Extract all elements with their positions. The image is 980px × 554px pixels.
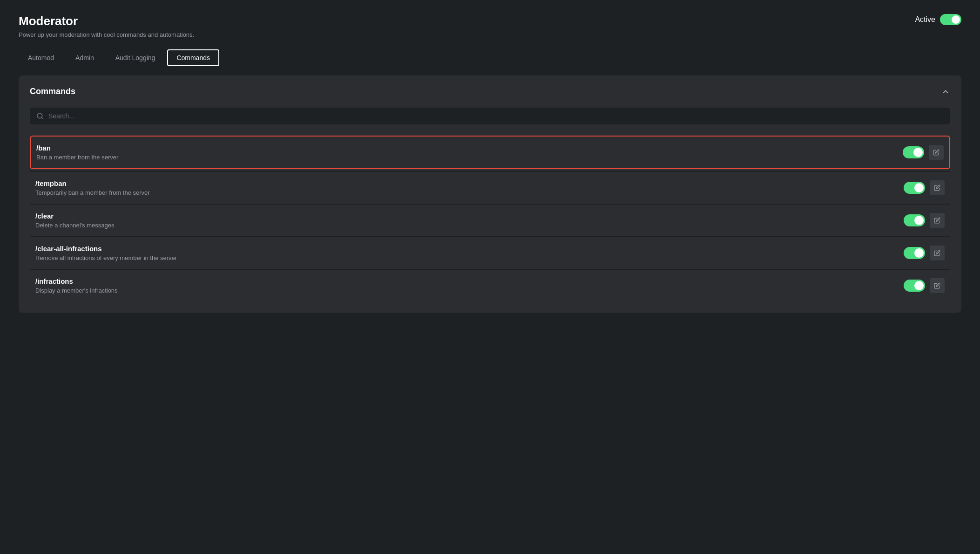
edit-icon <box>934 217 940 224</box>
command-row-clear: /clear Delete a channel's messages <box>30 204 950 236</box>
command-info-ban: /ban Ban a member from the server <box>36 144 118 161</box>
tempban-toggle[interactable] <box>904 182 925 194</box>
active-label: Active <box>915 15 935 24</box>
tab-admin[interactable]: Admin <box>66 49 103 66</box>
command-row-infractions: /infractions Display a member's infracti… <box>30 269 950 301</box>
clear-all-infractions-toggle[interactable] <box>904 247 925 259</box>
command-name-ban: /ban <box>36 144 118 152</box>
svg-point-0 <box>37 113 42 118</box>
clear-all-infractions-edit-button[interactable] <box>930 246 945 260</box>
ban-toggle[interactable] <box>903 146 924 158</box>
command-row-clear-all-infractions: /clear-all-infractions Remove all infrac… <box>30 237 950 269</box>
commands-list: /ban Ban a member from the server <box>30 136 950 301</box>
command-info-tempban: /tempban Temporarily ban a member from t… <box>35 179 150 196</box>
command-desc-clear: Delete a channel's messages <box>35 222 114 229</box>
header-right: Active <box>915 14 961 25</box>
command-name-tempban: /tempban <box>35 179 150 187</box>
search-icon <box>36 112 44 120</box>
command-desc-tempban: Temporarily ban a member from the server <box>35 189 150 196</box>
tab-audit-logging[interactable]: Audit Logging <box>106 49 165 66</box>
command-controls-tempban <box>904 180 945 195</box>
clear-edit-button[interactable] <box>930 213 945 228</box>
ban-edit-button[interactable] <box>929 145 944 160</box>
svg-line-1 <box>41 117 43 119</box>
edit-icon <box>934 250 940 256</box>
active-toggle[interactable] <box>940 14 961 25</box>
infractions-toggle[interactable] <box>904 280 925 292</box>
command-controls-ban <box>903 145 944 160</box>
page-header: Moderator Power up your moderation with … <box>19 14 961 38</box>
command-info-clear: /clear Delete a channel's messages <box>35 212 114 229</box>
command-controls-clear <box>904 213 945 228</box>
command-name-clear-all-infractions: /clear-all-infractions <box>35 245 177 253</box>
collapse-icon[interactable] <box>941 87 950 96</box>
search-input[interactable] <box>48 112 944 120</box>
card-title: Commands <box>30 87 75 96</box>
page-title: Moderator <box>19 14 194 28</box>
command-info-infractions: /infractions Display a member's infracti… <box>35 277 118 294</box>
command-info-clear-all-infractions: /clear-all-infractions Remove all infrac… <box>35 245 177 261</box>
header-left: Moderator Power up your moderation with … <box>19 14 194 38</box>
command-row-tempban: /tempban Temporarily ban a member from t… <box>30 171 950 204</box>
tempban-edit-button[interactable] <box>930 180 945 195</box>
tab-automod[interactable]: Automod <box>19 49 63 66</box>
command-name-infractions: /infractions <box>35 277 118 285</box>
edit-icon <box>934 185 940 191</box>
page-subtitle: Power up your moderation with cool comma… <box>19 31 194 38</box>
command-controls-infractions <box>904 278 945 293</box>
search-container <box>30 108 950 124</box>
command-desc-infractions: Display a member's infractions <box>35 287 118 294</box>
card-header: Commands <box>30 87 950 96</box>
clear-toggle[interactable] <box>904 214 925 226</box>
edit-icon <box>933 149 939 156</box>
nav-tabs: Automod Admin Audit Logging Commands <box>19 49 961 66</box>
command-desc-ban: Ban a member from the server <box>36 154 118 161</box>
tab-commands[interactable]: Commands <box>167 49 219 66</box>
command-controls-clear-all-infractions <box>904 246 945 260</box>
commands-card: Commands /ban Ban a member from the serv… <box>19 75 961 313</box>
infractions-edit-button[interactable] <box>930 278 945 293</box>
command-desc-clear-all-infractions: Remove all infractions of every member i… <box>35 254 177 261</box>
command-row-ban: /ban Ban a member from the server <box>30 136 950 169</box>
command-name-clear: /clear <box>35 212 114 220</box>
edit-icon <box>934 282 940 289</box>
